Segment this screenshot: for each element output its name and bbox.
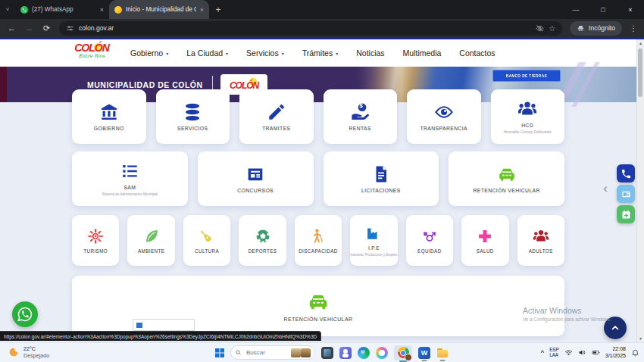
chevron-down-icon: ▾ bbox=[226, 51, 228, 56]
bookmark-star-icon[interactable]: ☆ bbox=[549, 24, 555, 33]
hero-sign: BANCO DE TIERRAS bbox=[492, 70, 561, 82]
menu-item-gobierno[interactable]: Gobierno▾ bbox=[130, 48, 168, 58]
list-icon bbox=[120, 161, 139, 181]
card-gobierno[interactable]: GOBIERNO bbox=[72, 89, 146, 144]
incognito-icon bbox=[577, 24, 585, 33]
file-explorer-icon[interactable] bbox=[436, 347, 449, 359]
menu-item-contactos[interactable]: Contactos bbox=[459, 48, 495, 58]
card-row-1: GOBIERNO SERVICIOS TRAMITES $ RENTAS TRA… bbox=[72, 89, 564, 144]
card-rentas[interactable]: $ RENTAS bbox=[324, 89, 398, 144]
menu-item-multimedia[interactable]: Multimedia bbox=[403, 48, 442, 58]
card-equidad[interactable]: EQUIDAD bbox=[406, 215, 453, 266]
card-turismo[interactable]: TURISMO bbox=[72, 215, 119, 266]
scrollbar-up-icon[interactable]: ▲ bbox=[637, 41, 644, 45]
scrollbar-down-icon[interactable]: ▼ bbox=[637, 336, 644, 341]
dollar-icon: $ bbox=[359, 102, 362, 109]
teams-app-icon[interactable] bbox=[339, 347, 352, 359]
address-bar[interactable]: colon.gov.ar ☆ bbox=[59, 21, 562, 36]
card-cultura[interactable]: CULTURA bbox=[183, 215, 230, 266]
bank-icon bbox=[99, 102, 119, 122]
card-sam[interactable]: SAM Sistema de Administración Municipal bbox=[72, 151, 188, 206]
scrollbar-thumb[interactable] bbox=[638, 48, 642, 97]
carousel-prev-icon[interactable]: ‹ bbox=[603, 182, 608, 195]
window-maximize-button[interactable]: □ bbox=[589, 0, 617, 19]
logo-text: COLÓN bbox=[74, 42, 109, 54]
card-salud[interactable]: SALUD bbox=[461, 215, 508, 266]
volume-icon[interactable] bbox=[578, 348, 586, 357]
card-retencion-vehicular[interactable]: RETENCIÓN VEHICULAR bbox=[449, 151, 564, 206]
menu-item-noticias[interactable]: Noticias bbox=[356, 48, 384, 58]
card-hcd[interactable]: HCD Honorable Concejo Deliberante bbox=[491, 89, 565, 144]
search-highlight-image[interactable] bbox=[301, 348, 311, 357]
tab-whatsapp[interactable]: (27) WhatsApp × bbox=[15, 0, 109, 19]
browser-toolbar: ← → ⟳ colon.gov.ar ☆ Incógnito ⋮ bbox=[0, 19, 644, 37]
notifications-bell-icon[interactable] bbox=[631, 348, 639, 357]
card-tramites[interactable]: TRAMITES bbox=[239, 89, 314, 144]
battery-icon[interactable] bbox=[592, 348, 600, 357]
card-licitaciones[interactable]: LICITACIONES bbox=[324, 151, 439, 206]
card-discapacidad[interactable]: DISCAPACIDAD bbox=[295, 215, 342, 266]
start-button[interactable] bbox=[214, 347, 226, 359]
car-icon bbox=[307, 290, 330, 313]
tab-search-chevron-icon[interactable]: ˅ bbox=[0, 6, 15, 13]
page-scrollbar[interactable]: ▲ ▼ bbox=[636, 39, 644, 342]
card-concursos[interactable]: CONCURSOS bbox=[198, 151, 314, 206]
pencil-icon bbox=[267, 102, 286, 122]
menu-item-la-ciudad[interactable]: La Ciudad▾ bbox=[186, 48, 228, 58]
site-logo[interactable]: COLÓN Entre Ríos bbox=[72, 41, 111, 59]
person-cane-icon bbox=[310, 228, 327, 245]
webpage: COLÓN Entre Ríos Gobierno▾ La Ciudad▾ Se… bbox=[0, 39, 644, 342]
window-controls: — □ × bbox=[562, 0, 644, 19]
language-indicator[interactable]: ESP LAA bbox=[549, 348, 559, 358]
tab-close-icon[interactable]: × bbox=[100, 6, 104, 14]
tracking-protection-eye-icon[interactable] bbox=[536, 24, 544, 33]
taskbar-search[interactable] bbox=[230, 345, 315, 360]
newspaper-icon bbox=[245, 164, 265, 184]
tab-active-colon[interactable]: Inicio - Municipalidad de Colón × bbox=[109, 0, 209, 19]
windows-logo-icon bbox=[214, 347, 226, 359]
guitar-icon bbox=[199, 228, 215, 245]
news-fab-button[interactable] bbox=[617, 185, 635, 203]
clock-widget[interactable]: 22:08 3/1/2025 bbox=[605, 346, 626, 359]
running-indicator bbox=[422, 360, 427, 361]
menu-item-servicios[interactable]: Servicios▾ bbox=[246, 48, 284, 58]
eye-icon bbox=[434, 102, 454, 122]
word-app-icon[interactable]: W bbox=[418, 347, 430, 359]
reload-button[interactable]: ⟳ bbox=[42, 23, 52, 33]
search-highlight-image[interactable] bbox=[291, 348, 301, 357]
menu-item-tramites[interactable]: Trámites▾ bbox=[302, 48, 338, 58]
phone-icon bbox=[621, 168, 632, 179]
search-input[interactable] bbox=[245, 348, 288, 357]
card-servicios[interactable]: SERVICIOS bbox=[156, 89, 230, 144]
sun-icon bbox=[87, 228, 104, 245]
incognito-label: Incógnito bbox=[589, 24, 615, 32]
card-transparencia[interactable]: TRANSPARENCIA bbox=[407, 89, 481, 144]
browser-menu-icon[interactable]: ⋮ bbox=[630, 24, 637, 33]
taskbar-app-icons: W bbox=[321, 343, 449, 362]
window-close-button[interactable]: × bbox=[617, 0, 644, 19]
chevron-down-icon: ▾ bbox=[166, 51, 168, 56]
new-tab-button[interactable]: + bbox=[209, 5, 227, 15]
card-ipe[interactable]: I.P.E Industria, Producción y Empleo bbox=[350, 215, 397, 266]
tab-close-icon[interactable]: × bbox=[200, 6, 204, 14]
phone-fab-button[interactable] bbox=[617, 164, 635, 183]
site-settings-icon[interactable] bbox=[66, 24, 74, 33]
calendar-fab-button[interactable] bbox=[617, 205, 635, 223]
moon-icon bbox=[8, 347, 19, 358]
window-minimize-button[interactable]: — bbox=[562, 0, 589, 19]
tray-overflow-chevron[interactable]: ^ bbox=[540, 349, 544, 356]
wifi-icon[interactable] bbox=[564, 348, 573, 357]
whatsapp-fab-button[interactable] bbox=[12, 301, 38, 327]
copilot-app-icon[interactable] bbox=[376, 347, 388, 359]
tab-title: (27) WhatsApp bbox=[32, 6, 96, 13]
card-adultos[interactable]: ADULTOS bbox=[517, 215, 564, 266]
back-button[interactable]: ← bbox=[7, 23, 17, 33]
photos-app-icon[interactable] bbox=[321, 347, 333, 359]
chrome-app-icon-active[interactable] bbox=[394, 345, 412, 360]
edge-app-icon[interactable] bbox=[358, 347, 370, 359]
card-ambiente[interactable]: AMBIENTE bbox=[127, 215, 174, 266]
weather-widget[interactable]: 22°C Despejado bbox=[8, 343, 49, 362]
forward-button[interactable]: → bbox=[24, 23, 34, 33]
transgender-symbol-icon bbox=[421, 228, 438, 245]
card-deportes[interactable]: DEPORTES bbox=[239, 215, 286, 266]
